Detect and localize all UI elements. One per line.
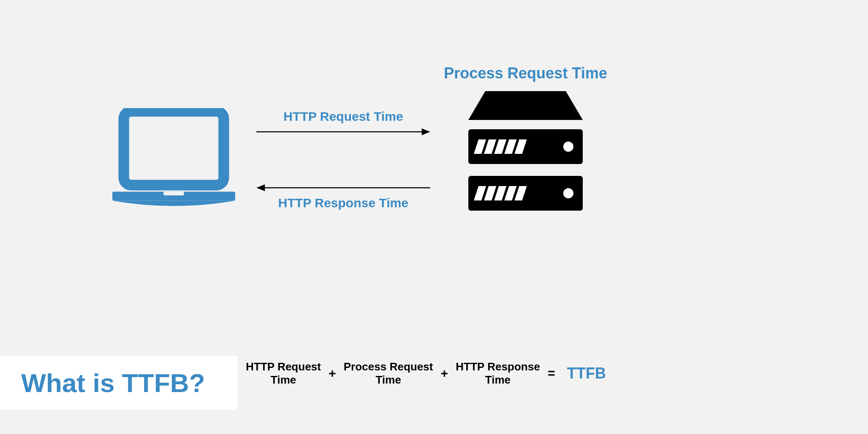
plus-operator: +	[328, 366, 336, 381]
svg-marker-3	[468, 91, 583, 120]
svg-rect-2	[164, 192, 184, 195]
equals-operator: =	[548, 366, 555, 381]
equation-term-response: HTTP ResponseTime	[456, 360, 540, 387]
server-area: Process Request Time	[437, 64, 615, 214]
equation-term-request: HTTP RequestTime	[246, 360, 321, 387]
svg-point-17	[563, 188, 573, 198]
arrow-left-icon	[256, 183, 430, 192]
ttfb-equation: HTTP RequestTime + Process RequestTime +…	[246, 360, 606, 387]
request-arrow-group: HTTP Request Time	[256, 109, 430, 136]
arrow-right-icon	[256, 127, 430, 136]
svg-point-10	[563, 142, 573, 152]
svg-rect-0	[124, 111, 224, 185]
server-icon	[468, 91, 583, 214]
title-box: What is TTFB?	[0, 356, 237, 410]
laptop-icon	[112, 108, 235, 212]
server-label: Process Request Time	[437, 64, 615, 83]
svg-marker-21	[256, 184, 265, 191]
equation-result: TTFB	[567, 364, 606, 382]
plus-operator: +	[441, 366, 448, 381]
svg-marker-19	[422, 128, 430, 135]
response-arrow-group: HTTP Response Time	[256, 183, 430, 210]
request-arrow-label: HTTP Request Time	[256, 109, 430, 124]
equation-term-process: Process RequestTime	[344, 360, 433, 387]
page-title: What is TTFB?	[21, 368, 216, 398]
response-arrow-label: HTTP Response Time	[256, 196, 430, 210]
